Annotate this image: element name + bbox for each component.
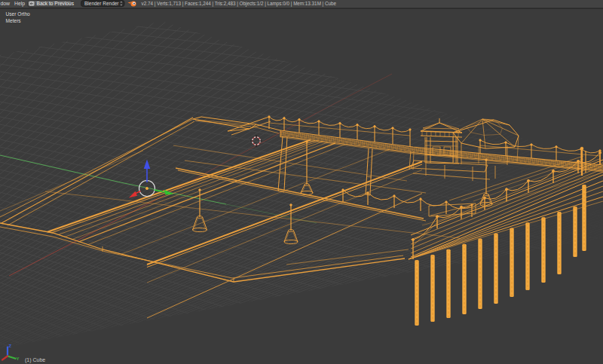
svg-text:Meters: Meters: [6, 18, 22, 23]
svg-text:Back to Previous: Back to Previous: [37, 1, 75, 6]
svg-text:dow: dow: [1, 1, 11, 6]
svg-text:Blender Render: Blender Render: [84, 1, 119, 6]
svg-text:Z: Z: [9, 344, 12, 348]
svg-text:Y: Y: [17, 356, 20, 361]
svg-text:Help: Help: [14, 1, 25, 7]
svg-text:v2.74 | Verts:1,713 | Faces:1,: v2.74 | Verts:1,713 | Faces:1,244 | Tris…: [142, 1, 337, 7]
svg-text:(1) Cube: (1) Cube: [25, 357, 45, 363]
svg-text:User Ortho: User Ortho: [6, 11, 31, 17]
